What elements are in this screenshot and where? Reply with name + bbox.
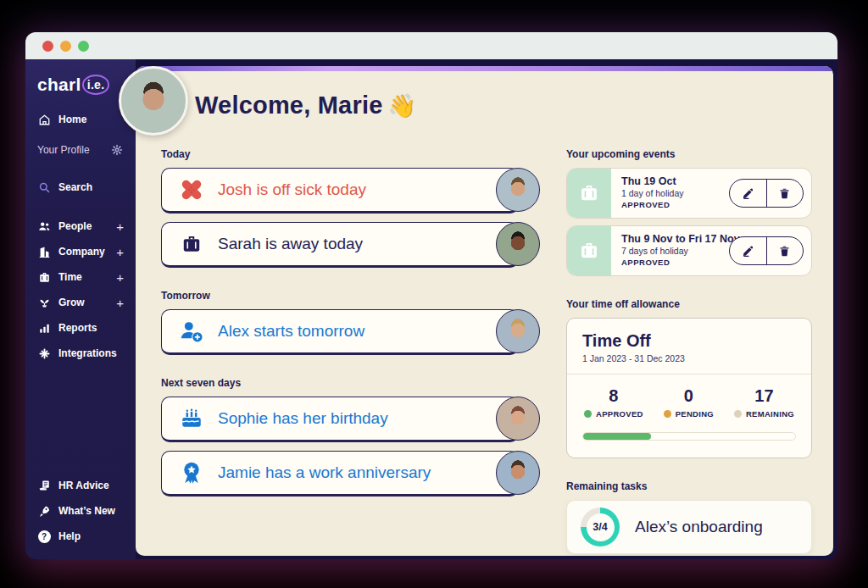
expand-people-icon[interactable]: + (116, 219, 124, 234)
expand-company-icon[interactable]: + (116, 245, 124, 259)
event-actions-pill (729, 179, 804, 208)
pencil-icon (742, 187, 754, 200)
sidebar: charli.e. Home Your Profile Search (25, 59, 136, 559)
time-off-progress-bar (582, 432, 796, 441)
stat-pending: 0 PENDING (664, 386, 714, 419)
section-label-time-off-allowance: Your time off allowance (566, 298, 812, 310)
sidebar-item-time[interactable]: Time + (25, 264, 136, 290)
person-plus-icon (179, 319, 204, 344)
section-label-next-seven-days: Next seven days (161, 377, 519, 389)
window-titlebar (25, 32, 837, 59)
app-window: charli.e. Home Your Profile Search (25, 32, 837, 559)
task-progress-ring: 3/4 (581, 508, 620, 546)
event-card-2: Thu 9 Nov to Fri 17 Nov 7 days of holida… (566, 225, 812, 276)
time-off-card: Time Off 1 Jan 2023 - 31 Dec 2023 8 APPR… (566, 318, 812, 458)
holiday-suitcase-icon (567, 169, 611, 218)
section-label-remaining-tasks: Remaining tasks (566, 480, 812, 492)
away-briefcase-icon (179, 231, 204, 257)
delete-event-button[interactable] (766, 237, 804, 264)
right-rail: Your upcoming events Thu 19 Oct 1 day of… (566, 148, 812, 554)
trash-icon (778, 187, 791, 200)
timeoff-progress-fill (583, 433, 651, 440)
delete-event-button[interactable] (766, 180, 804, 207)
home-icon (37, 113, 51, 126)
main-content: Welcome, Marie👋 Today Josh is off sick t… (136, 66, 833, 556)
sidebar-item-grow[interactable]: Grow + (25, 290, 136, 315)
birthday-cake-icon (179, 406, 204, 431)
stat-approved: 8 APPROVED (584, 386, 643, 419)
people-icon (37, 219, 51, 233)
sidebar-item-your-profile[interactable]: Your Profile (25, 137, 136, 163)
avatar-sarah[interactable] (496, 222, 540, 266)
building-icon (37, 245, 51, 258)
event-actions-pill (729, 236, 804, 265)
pending-dot-icon (664, 410, 671, 418)
feed-card-sarah-away[interactable]: Sarah is away today (161, 222, 519, 268)
sidebar-item-home[interactable]: Home (25, 107, 136, 132)
avatar-sophie[interactable] (496, 397, 540, 441)
search-icon (37, 180, 51, 194)
avatar-josh[interactable] (496, 168, 540, 212)
status-badge: APPROVED (621, 258, 726, 267)
avatar-jamie[interactable] (496, 451, 540, 495)
avatar-alex[interactable] (496, 309, 540, 353)
logo-ie-circle: i.e. (82, 75, 110, 95)
sidebar-item-integrations[interactable]: Integrations (25, 341, 136, 366)
event-card-1: Thu 19 Oct 1 day of holiday APPROVED (566, 168, 812, 219)
page-title: Welcome, Marie👋 (195, 92, 833, 119)
status-badge: APPROVED (621, 200, 726, 209)
section-label-today: Today (161, 148, 519, 160)
remaining-dot-icon (734, 410, 742, 418)
expand-time-icon[interactable]: + (116, 270, 124, 285)
feed-card-jamie-anniversary[interactable]: Jamie has a work anniversary (161, 451, 519, 496)
briefcase-icon (37, 270, 51, 284)
edit-event-button[interactable] (730, 180, 766, 207)
sidebar-item-search[interactable]: Search (25, 175, 136, 200)
stat-remaining: 17 REMAINING (734, 386, 794, 419)
sidebar-item-company[interactable]: Company + (25, 239, 136, 264)
sidebar-item-hr-advice[interactable]: HR Advice (25, 473, 136, 498)
wave-emoji: 👋 (387, 93, 416, 119)
question-bubble-icon: ? (37, 530, 51, 543)
holiday-suitcase-icon (567, 226, 611, 275)
gear-icon[interactable] (110, 143, 124, 157)
feed-column: Today Josh is off sick today Sarah is aw… (161, 148, 519, 554)
starburst-icon (37, 347, 51, 360)
accent-gradient-bar (136, 66, 833, 71)
section-label-upcoming-events: Your upcoming events (566, 148, 812, 160)
sidebar-item-people[interactable]: People + (25, 214, 136, 239)
expand-grow-icon[interactable]: + (116, 296, 124, 310)
pencil-icon (742, 245, 754, 258)
feed-card-alex-starts[interactable]: Alex starts tomorrow (161, 309, 519, 355)
hand-document-icon (37, 479, 51, 492)
rocket-icon (37, 504, 51, 518)
sidebar-item-help[interactable]: ? Help (25, 524, 136, 549)
award-rosette-icon (179, 460, 204, 485)
trash-icon (778, 245, 791, 258)
avatar-marie[interactable] (119, 66, 188, 136)
zoom-window-icon[interactable] (78, 41, 89, 52)
task-progress-text: 3/4 (593, 521, 607, 533)
task-card-alex-onboarding[interactable]: 3/4 Alex’s onboarding (566, 500, 812, 554)
seedling-icon (37, 296, 51, 309)
feed-card-sophie-birthday[interactable]: Sophie has her birthday (161, 397, 519, 442)
sidebar-item-whats-new[interactable]: What’s New (25, 498, 136, 524)
feed-card-josh-sick[interactable]: Josh is off sick today (161, 168, 519, 214)
divider (567, 374, 811, 374)
section-label-tomorrow: Tomorrow (161, 290, 519, 302)
sick-plasters-icon (179, 177, 204, 202)
close-window-icon[interactable] (42, 41, 53, 52)
edit-event-button[interactable] (730, 237, 766, 264)
minimize-window-icon[interactable] (60, 41, 71, 52)
approved-dot-icon (584, 410, 592, 418)
sidebar-item-reports[interactable]: Reports (25, 315, 136, 341)
bar-chart-icon (37, 321, 51, 335)
